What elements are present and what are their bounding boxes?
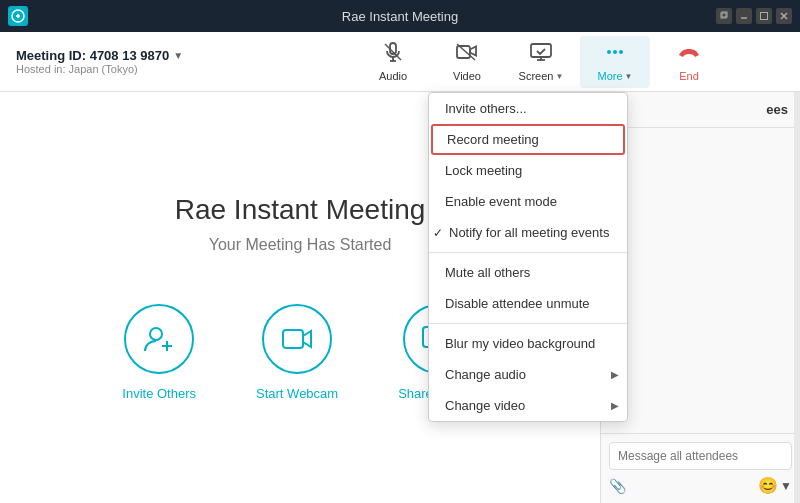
dropdown-item-invite[interactable]: Invite others... [429,93,627,124]
meeting-id-chevron-icon: ▼ [173,50,183,61]
svg-rect-22 [283,330,303,348]
dropdown-menu: Invite others... Record meeting Lock mee… [428,92,628,422]
window-title: Rae Instant Meeting [342,9,458,24]
dropdown-item-notify[interactable]: Notify for all meeting events [429,217,627,248]
attachment-icon[interactable]: 📎 [609,478,626,494]
svg-rect-11 [457,46,470,58]
title-bar-left [8,6,28,26]
meeting-title: Rae Instant Meeting [175,194,426,226]
svg-point-19 [150,328,162,340]
audio-icon [382,41,404,68]
end-label: End [679,70,699,82]
video-icon [455,41,479,68]
audio-label: Audio [379,70,407,82]
title-bar: Rae Instant Meeting [0,0,800,32]
video-button[interactable]: Video [432,36,502,88]
svg-rect-4 [761,13,768,20]
dropdown-item-change-audio[interactable]: Change audio ▶ [429,359,627,390]
start-webcam-label: Start Webcam [256,386,338,401]
start-webcam-button[interactable]: Start Webcam [256,304,338,401]
invite-others-label: Invite Others [122,386,196,401]
more-chevron-icon: ▼ [625,72,633,81]
message-area: 📎 😊 ▼ [601,433,800,503]
close-btn[interactable] [776,8,792,24]
video-label: Video [453,70,481,82]
top-bar: Meeting ID: 4708 13 9870 ▼ Hosted in: Ja… [0,32,800,92]
meeting-info: Meeting ID: 4708 13 9870 ▼ Hosted in: Ja… [16,48,183,75]
dropdown-item-record[interactable]: Record meeting [431,124,625,155]
dropdown-item-disable-unmute[interactable]: Disable attendee unmute [429,288,627,319]
invite-icon [124,304,194,374]
dropdown-item-lock[interactable]: Lock meeting [429,155,627,186]
svg-point-18 [619,50,623,54]
submenu-arrow-audio: ▶ [611,369,619,380]
dropdown-item-event[interactable]: Enable event mode [429,186,627,217]
screen-icon [529,41,553,68]
main-content: Rae Instant Meeting Your Meeting Has Sta… [0,92,800,503]
scrollbar[interactable] [794,92,800,503]
dropdown-item-blur[interactable]: Blur my video background [429,328,627,359]
svg-point-17 [613,50,617,54]
send-chevron[interactable]: ▼ [780,479,792,493]
message-actions: 📎 😊 ▼ [609,476,792,495]
meeting-id: Meeting ID: 4708 13 9870 ▼ [16,48,183,63]
attendees-list [601,128,800,433]
end-button[interactable]: End [654,36,724,88]
minimize-btn[interactable] [736,8,752,24]
message-input-wrapper [609,442,792,470]
screen-chevron-icon: ▼ [555,72,563,81]
submenu-arrow-video: ▶ [611,400,619,411]
webcam-icon [262,304,332,374]
screen-button[interactable]: Screen ▼ [506,36,576,88]
meeting-host: Hosted in: Japan (Tokyo) [16,63,183,75]
attendees-header: ees [601,92,800,128]
invite-others-button[interactable]: Invite Others [122,304,196,401]
audio-button[interactable]: Audio [358,36,428,88]
more-label: More ▼ [598,70,633,82]
window-controls [716,8,792,24]
svg-point-16 [607,50,611,54]
svg-rect-13 [531,44,551,57]
screen-label: Screen ▼ [519,70,564,82]
end-icon [675,41,703,68]
restore-btn[interactable] [716,8,732,24]
more-button[interactable]: More ▼ [580,36,650,88]
maximize-btn[interactable] [756,8,772,24]
action-buttons: Invite Others Start Webcam [122,304,477,401]
dropdown-item-change-video[interactable]: Change video ▶ [429,390,627,421]
app-logo [8,6,28,26]
dropdown-divider-2 [429,323,627,324]
message-input[interactable] [618,449,783,463]
toolbar: Audio Video [358,36,724,88]
dropdown-item-mute-all[interactable]: Mute all others [429,257,627,288]
more-icon [603,41,627,68]
meeting-subtitle: Your Meeting Has Started [209,236,392,254]
emoji-icon[interactable]: 😊 [758,476,778,495]
right-panel: ees 📎 😊 ▼ [600,92,800,503]
dropdown-divider-1 [429,252,627,253]
